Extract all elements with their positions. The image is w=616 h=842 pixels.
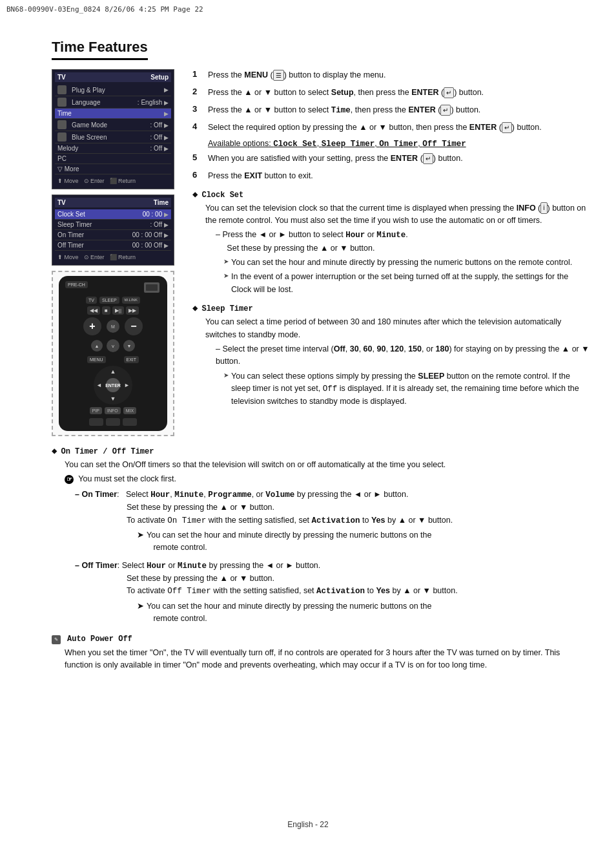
vol-up-button[interactable]: + xyxy=(83,317,101,335)
step-4: 4 Select the required option by pressing… xyxy=(192,121,590,134)
menu-key-icon: ☰ xyxy=(273,70,284,81)
clock-set-header: ◆ Clock Set xyxy=(192,189,590,200)
bluescreen-icon xyxy=(57,132,67,142)
mix-button[interactable]: MIX xyxy=(123,407,136,414)
tv-menu-row-ontimer: On Timer 00 : 00 Off ▶ xyxy=(55,230,171,240)
nav-left-button[interactable]: ◄ xyxy=(96,382,102,388)
off-timer-subsection: – Off Timer: Select Hour or Minute by pr… xyxy=(75,560,590,626)
step-6: 6 Press the EXIT button to exit. xyxy=(192,170,590,182)
on-timer-subsection: – On Timer: Select Hour, Minute, Program… xyxy=(75,489,590,554)
nav-pad: ▲ ▼ ◄ ► ENTER xyxy=(94,366,132,405)
rew-button[interactable]: ◀◀ xyxy=(87,306,100,315)
plug-play-icon xyxy=(57,85,67,94)
tv-menu-time-header: TV Time xyxy=(55,198,171,207)
footer-text: English - 22 xyxy=(287,820,328,829)
ff-button[interactable]: ▶▶ xyxy=(126,306,139,315)
tv-button[interactable]: TV xyxy=(86,297,97,304)
tv-menu-time-header-right: Time xyxy=(154,199,169,206)
nav-right-button[interactable]: ► xyxy=(124,382,130,388)
vol-down-button[interactable]: − xyxy=(125,317,143,335)
tv-menu-row-gamemode: Game Mode : Off ▶ xyxy=(55,119,171,131)
tv-menu-setup-header: TV Setup xyxy=(55,72,171,82)
on-off-timer-title: On Timer / Off Timer xyxy=(61,447,154,456)
tv-menu-row-clockset: Clock Set 00 : 00 ▶ xyxy=(55,209,171,220)
remote-mode-row: TV SLEEP W.LINK xyxy=(63,297,163,304)
tv-menu-setup: TV Setup Plug & Play ▶ Language : Englis xyxy=(52,69,174,189)
remote-btn-b[interactable] xyxy=(106,418,120,426)
step-4-text: Select the required option by pressing t… xyxy=(208,121,542,134)
widelink-button[interactable]: W.LINK xyxy=(122,297,140,304)
ch-down-button[interactable]: ▼ xyxy=(123,340,135,352)
step-5-num: 5 xyxy=(192,153,203,162)
enter-key-icon-4: ↵ xyxy=(502,122,512,133)
tv-menu-time-header-left: TV xyxy=(57,199,66,206)
remote-btn-c[interactable] xyxy=(123,418,137,426)
ch-icon: v xyxy=(108,341,118,350)
tv-menu-row-plugplay: Plug & Play ▶ xyxy=(55,84,171,96)
svg-rect-1 xyxy=(146,284,158,291)
svg-text:v: v xyxy=(112,343,114,349)
remote-btn-a[interactable] xyxy=(89,418,103,426)
nav-up-button[interactable]: ▲ xyxy=(110,368,116,375)
on-timer-arrow: ➤ You can set the hour and minute direct… xyxy=(137,529,590,554)
tv-menu-row-language: Language : English ▶ xyxy=(55,96,171,109)
step-1-text: Press the MENU (☰) button to display the… xyxy=(208,69,385,81)
enter-key-icon-3: ↵ xyxy=(440,105,451,116)
gamemode-icon xyxy=(57,120,67,129)
enter-key-icon-5: ↵ xyxy=(423,153,433,164)
menu-button[interactable]: MENU xyxy=(87,356,106,363)
content-layout: TV Setup Plug & Play ▶ Language : Englis xyxy=(52,69,590,436)
auto-power-off-section: ✎ Auto Power Off When you set the timer … xyxy=(52,635,590,672)
sleep-timer-body: You can select a time period of between … xyxy=(205,316,590,408)
auto-power-off-text: When you set the timer "On", the TV will… xyxy=(65,647,590,672)
tv-menu-time: TV Time Clock Set 00 : 00 ▶ Sleep Timer … xyxy=(52,195,174,266)
document-header: BN68-00990V-03Eng_0824 8/26/06 4:25 PM P… xyxy=(6,5,203,14)
step-2-num: 2 xyxy=(192,87,203,96)
svg-text:M: M xyxy=(111,324,115,329)
exit-button[interactable]: EXIT xyxy=(124,356,139,363)
ch-up-button[interactable]: ▲ xyxy=(91,340,103,352)
clock-set-arrow1: You can set the hour and minute directly… xyxy=(223,257,590,269)
pre-ch-button[interactable]: PRE-CH xyxy=(65,281,88,288)
tv-menu-time-footer: ⬆ Move ⊙ Enter ⬛ Return xyxy=(55,252,171,262)
bluescreen-arrow: ▶ xyxy=(164,134,169,141)
page-title: Time Features xyxy=(52,39,148,60)
plug-play-arrow: ▶ xyxy=(164,87,169,93)
step-3: 3 Press the ▲ or ▼ button to select Time… xyxy=(192,104,590,117)
right-column: 1 Press the MENU (☰) button to display t… xyxy=(192,69,590,415)
enter-center-button[interactable]: ENTER xyxy=(106,378,120,392)
main-content: Time Features TV Setup Plug & Play ▶ xyxy=(52,39,590,816)
step-1: 1 Press the MENU (☰) button to display t… xyxy=(192,69,590,81)
tv-menu-row-bluescreen: Blue Screen : Off ▶ xyxy=(55,131,171,143)
melody-arrow: ▶ xyxy=(164,145,169,152)
left-column: TV Setup Plug & Play ▶ Language : Englis xyxy=(52,69,181,436)
tv-menu-row-melody: Melody : Off ▶ xyxy=(55,143,171,154)
available-options: Available options: Clock Set, Sleep Time… xyxy=(208,139,590,149)
step-3-text: Press the ▲ or ▼ button to select Time, … xyxy=(208,104,480,117)
on-off-timer-header: ◆ On Timer / Off Timer xyxy=(52,445,590,456)
clock-set-arrow2: In the event of a power interruption or … xyxy=(223,271,590,296)
remote-top-icon xyxy=(143,281,161,294)
playpause-button[interactable]: ▶|| xyxy=(112,306,124,315)
sleeptimer-arrow: ▶ xyxy=(164,222,169,228)
step-3-num: 3 xyxy=(192,104,203,114)
remote-vol-row: + M − xyxy=(83,317,143,335)
off-timer-arrow: ➤ You can set the hour and minute direct… xyxy=(137,600,590,626)
pip-button[interactable]: PIP xyxy=(90,407,102,414)
info-button[interactable]: INFO xyxy=(105,407,121,414)
clock-set-sub1: Press the ◄ or ► button to select Hour o… xyxy=(216,229,590,255)
sleep-timer-header: ◆ Sleep Timer xyxy=(192,302,590,313)
step-1-num: 1 xyxy=(192,69,203,79)
tv-menu-setup-footer: ⬆ Move ⊙ Enter ⬛ Return xyxy=(55,176,171,186)
sleep-button[interactable]: SLEEP xyxy=(99,297,119,304)
stop-button[interactable]: ■ xyxy=(102,306,110,315)
auto-power-off-body: When you set the timer "On", the TV will… xyxy=(65,647,590,672)
pencil-icon: ✎ xyxy=(52,635,61,644)
clockset-arrow: ▶ xyxy=(164,211,169,218)
enter-key-icon-2: ↵ xyxy=(444,87,454,98)
nav-down-button[interactable]: ▼ xyxy=(110,395,116,402)
remote-control: PRE-CH TV SLEEP W.LINK xyxy=(59,276,167,431)
clock-set-body: You can set the television clock so that… xyxy=(205,202,590,297)
tv-menu-row-sleeptimer: Sleep Timer : Off ▶ xyxy=(55,220,171,230)
mute-button[interactable]: M xyxy=(107,320,119,333)
